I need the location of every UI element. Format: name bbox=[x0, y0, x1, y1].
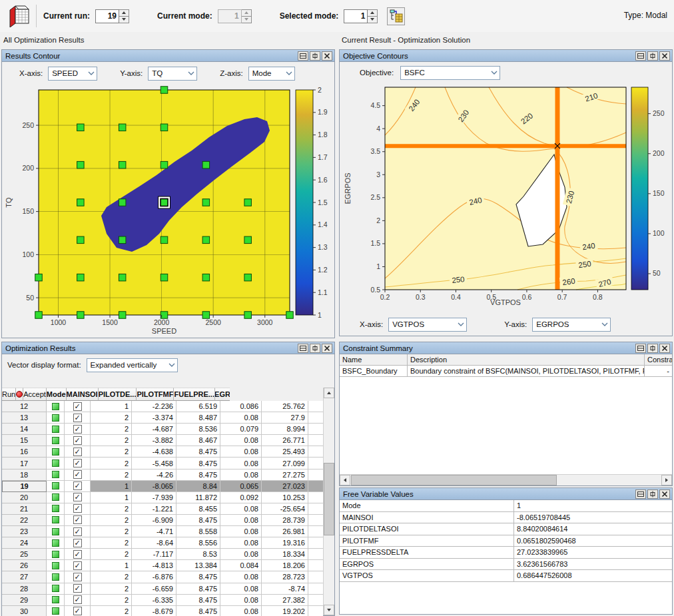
run-number-cell[interactable]: 12 bbox=[2, 401, 47, 412]
list-item[interactable]: PILOTDELTASOI8.84020084614 bbox=[340, 523, 672, 535]
run-number-cell[interactable]: 18 bbox=[2, 469, 47, 481]
design-point-marker[interactable] bbox=[119, 124, 126, 131]
accept-cell[interactable] bbox=[65, 606, 91, 616]
run-number-cell[interactable]: 24 bbox=[2, 537, 47, 549]
undock-icon[interactable] bbox=[647, 489, 658, 499]
column-header-fuelpressdelta[interactable]: FUELPRE... bbox=[174, 388, 215, 401]
undock-icon[interactable] bbox=[310, 344, 320, 353]
accept-checkbox[interactable] bbox=[73, 515, 82, 524]
accept-cell[interactable] bbox=[65, 401, 91, 412]
run-number-cell[interactable]: 23 bbox=[2, 526, 47, 537]
results-table-header[interactable]: Run Accept Mode MAINSOI PILOTDE... PILOT… bbox=[2, 388, 323, 401]
design-point-marker[interactable] bbox=[35, 274, 43, 281]
table-row[interactable]: 242-8.648.5560.0819.316 bbox=[2, 537, 323, 549]
list-item[interactable]: MAINSOI-8.06519708445 bbox=[340, 512, 672, 524]
column-header-constraint[interactable]: Constrai bbox=[645, 354, 672, 366]
accept-checkbox[interactable] bbox=[73, 561, 82, 570]
design-point-marker[interactable] bbox=[77, 312, 85, 319]
design-point-marker[interactable] bbox=[77, 124, 85, 131]
x-axis-select[interactable]: VGTPOS bbox=[388, 318, 467, 332]
table-row[interactable]: 222-6.9098.4750.0828.739 bbox=[2, 515, 323, 526]
accept-cell[interactable] bbox=[65, 435, 91, 446]
design-point-marker[interactable] bbox=[244, 274, 252, 281]
z-axis-select[interactable]: Mode bbox=[248, 67, 295, 81]
accept-checkbox[interactable] bbox=[73, 527, 82, 536]
accept-cell[interactable] bbox=[65, 424, 91, 435]
y-axis-select[interactable]: EGRPOS bbox=[532, 318, 611, 332]
run-number-cell[interactable]: 26 bbox=[2, 560, 47, 571]
run-number-cell[interactable]: 15 bbox=[2, 435, 47, 446]
scroll-right-icon[interactable] bbox=[661, 475, 672, 485]
objective-contour-chart[interactable]: 240230220210240230240250250260270 0.20.3… bbox=[340, 83, 672, 310]
table-row[interactable]: 232-4.718.5580.0826.981 bbox=[2, 526, 323, 537]
table-row[interactable]: 292-6.3358.4750.0827.382 bbox=[2, 595, 323, 606]
run-number-cell[interactable]: 29 bbox=[2, 595, 47, 606]
accept-cell[interactable] bbox=[65, 481, 91, 492]
table-row[interactable]: 162-4.6388.4750.0825.493 bbox=[2, 446, 323, 458]
accept-cell[interactable] bbox=[65, 537, 91, 549]
export-to-data-set-button[interactable] bbox=[387, 7, 405, 25]
horizontal-scrollbar[interactable] bbox=[340, 474, 672, 485]
accept-cell[interactable] bbox=[65, 515, 91, 526]
scroll-up-icon[interactable] bbox=[324, 388, 334, 398]
table-row[interactable]: 172-5.4588.4750.0827.099 bbox=[2, 458, 323, 469]
design-point-marker[interactable] bbox=[161, 161, 168, 168]
run-number-cell[interactable]: 25 bbox=[2, 549, 47, 560]
current-run-spinner[interactable]: 19 bbox=[95, 9, 129, 23]
run-number-cell[interactable]: 14 bbox=[2, 424, 47, 435]
run-number-cell[interactable]: 21 bbox=[2, 503, 47, 515]
accept-checkbox[interactable] bbox=[73, 470, 82, 479]
design-point-marker[interactable] bbox=[202, 312, 210, 319]
dock-icon[interactable] bbox=[298, 344, 308, 353]
selected-mode-spinner[interactable]: 1 bbox=[344, 9, 378, 23]
design-point-marker[interactable] bbox=[202, 199, 210, 206]
table-row[interactable]: 152-3.8828.4670.0826.771 bbox=[2, 435, 323, 446]
accept-checkbox[interactable] bbox=[73, 504, 82, 513]
table-row[interactable]: BSFC_Boundary Boundary constraint of BSF… bbox=[340, 366, 672, 377]
table-row[interactable]: 201-7.93911.8720.09210.253 bbox=[2, 492, 323, 503]
scrollbar-thumb[interactable] bbox=[324, 463, 334, 535]
accept-checkbox[interactable] bbox=[73, 414, 82, 422]
table-row[interactable]: 252-7.1178.530.0818.334 bbox=[2, 549, 323, 560]
design-point-marker[interactable] bbox=[77, 199, 85, 206]
accept-checkbox[interactable] bbox=[73, 573, 82, 581]
column-header-name[interactable]: Name bbox=[340, 354, 408, 366]
table-row[interactable]: 191-8.0658.840.06527.023 bbox=[2, 481, 323, 492]
table-row[interactable]: 121-2.2366.5190.08625.762 bbox=[2, 401, 323, 412]
accept-checkbox[interactable] bbox=[73, 607, 82, 615]
accept-checkbox[interactable] bbox=[73, 448, 82, 456]
accept-cell[interactable] bbox=[65, 469, 91, 481]
spin-up-icon[interactable] bbox=[368, 9, 378, 17]
dock-icon[interactable] bbox=[298, 51, 308, 61]
list-item[interactable]: EGRPOS3.62361566783 bbox=[340, 559, 672, 571]
accept-checkbox[interactable] bbox=[73, 481, 82, 490]
vertical-scrollbar[interactable] bbox=[323, 388, 334, 615]
design-point-marker[interactable] bbox=[119, 274, 126, 281]
accept-checkbox[interactable] bbox=[73, 539, 82, 547]
undock-icon[interactable] bbox=[310, 51, 320, 61]
accept-cell[interactable] bbox=[65, 571, 91, 583]
column-header-pilotdeltasoi[interactable]: PILOTDE... bbox=[99, 388, 137, 401]
accept-cell[interactable] bbox=[65, 595, 91, 606]
column-header-mode[interactable]: Mode bbox=[47, 388, 67, 401]
table-row[interactable]: 132-3.3748.4870.0827.9 bbox=[2, 412, 323, 424]
accept-cell[interactable] bbox=[65, 560, 91, 571]
table-row[interactable]: 142-4.6878.5360.0798.994 bbox=[2, 424, 323, 435]
dock-icon[interactable] bbox=[635, 489, 646, 499]
scroll-down-icon[interactable] bbox=[324, 605, 334, 615]
design-point-marker[interactable] bbox=[35, 312, 43, 319]
list-item[interactable]: PILOTFMF0.0651802590468 bbox=[340, 535, 672, 547]
accept-cell[interactable] bbox=[65, 503, 91, 515]
dock-icon[interactable] bbox=[635, 51, 646, 61]
spin-down-icon[interactable] bbox=[368, 17, 378, 23]
design-point-marker[interactable] bbox=[77, 274, 85, 281]
undock-icon[interactable] bbox=[647, 344, 658, 353]
list-item[interactable]: FUELPRESSDELTA27.0233839965 bbox=[340, 547, 672, 559]
run-number-cell[interactable]: 13 bbox=[2, 412, 47, 424]
run-number-cell[interactable]: 30 bbox=[2, 606, 47, 616]
design-point-marker[interactable] bbox=[77, 161, 85, 168]
table-row[interactable]: 272-6.8768.4750.0828.723 bbox=[2, 571, 323, 583]
accept-cell[interactable] bbox=[65, 458, 91, 469]
column-header-mainsoi[interactable]: MAINSOI bbox=[67, 388, 99, 401]
vector-display-format-select[interactable]: Expanded vertically bbox=[87, 358, 178, 372]
